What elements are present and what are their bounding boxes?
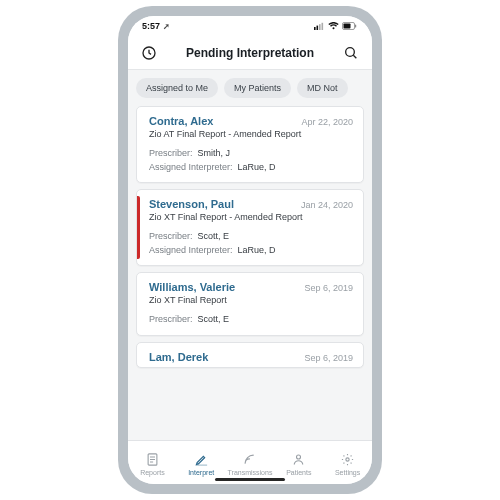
- interpreter-name: LaRue, D: [238, 245, 276, 255]
- tab-interpret[interactable]: Interpret: [177, 452, 226, 476]
- svg-rect-1: [317, 26, 319, 30]
- svg-rect-0: [314, 27, 316, 30]
- prescriber-name: Smith, J: [198, 148, 231, 158]
- prescriber-label: Prescriber:: [149, 148, 193, 158]
- tab-label: Settings: [335, 469, 360, 476]
- status-time: 5:57 ➚: [142, 21, 170, 31]
- status-right: [314, 22, 358, 30]
- home-indicator[interactable]: [215, 478, 285, 481]
- svg-rect-5: [344, 24, 351, 29]
- svg-point-10: [297, 455, 301, 459]
- patients-icon: [291, 452, 307, 468]
- search-icon[interactable]: [342, 44, 360, 62]
- tab-label: Patients: [286, 469, 311, 476]
- interpreter-name: LaRue, D: [238, 162, 276, 172]
- report-date: Apr 22, 2020: [301, 117, 353, 127]
- screen: 5:57 ➚ Pending Interpretation: [128, 16, 372, 484]
- report-card[interactable]: Williams, Valerie Sep 6, 2019 Zio XT Fin…: [136, 272, 364, 336]
- report-meta: Prescriber: Scott, E: [149, 313, 353, 327]
- report-card[interactable]: Lam, Derek Sep 6, 2019: [136, 342, 364, 368]
- report-card[interactable]: Contra, Alex Apr 22, 2020 Zio AT Final R…: [136, 106, 364, 183]
- patient-name: Lam, Derek: [149, 351, 208, 363]
- report-type: Zio XT Final Report - Amended Report: [149, 212, 353, 222]
- app-header: Pending Interpretation: [128, 36, 372, 70]
- tab-transmissions[interactable]: Transmissions: [226, 452, 275, 476]
- status-bar: 5:57 ➚: [128, 16, 372, 36]
- report-list[interactable]: Contra, Alex Apr 22, 2020 Zio AT Final R…: [128, 106, 372, 440]
- report-date: Sep 6, 2019: [304, 283, 353, 293]
- battery-icon: [342, 22, 358, 30]
- tab-settings[interactable]: Settings: [323, 452, 372, 476]
- patient-name: Contra, Alex: [149, 115, 213, 127]
- filter-bar[interactable]: Assigned to Me My Patients MD Not: [128, 70, 372, 106]
- tab-patients[interactable]: Patients: [274, 452, 323, 476]
- report-meta: Prescriber: Scott, E Assigned Interprete…: [149, 230, 353, 257]
- report-type: Zio AT Final Report - Amended Report: [149, 129, 353, 139]
- report-card[interactable]: Stevenson, Paul Jan 24, 2020 Zio XT Fina…: [136, 189, 364, 266]
- prescriber-name: Scott, E: [198, 231, 230, 241]
- patient-name: Williams, Valerie: [149, 281, 235, 293]
- clock-time: 5:57: [142, 21, 160, 31]
- phone-frame: 5:57 ➚ Pending Interpretation: [118, 6, 382, 494]
- prescriber-name: Scott, E: [198, 314, 230, 324]
- tab-reports[interactable]: Reports: [128, 452, 177, 476]
- interpret-icon: [193, 452, 209, 468]
- svg-point-8: [346, 47, 355, 56]
- filter-chip-mdnot[interactable]: MD Not: [297, 78, 348, 98]
- svg-point-11: [346, 458, 349, 461]
- transmissions-icon: [242, 452, 258, 468]
- report-meta: Prescriber: Smith, J Assigned Interprete…: [149, 147, 353, 174]
- page-title: Pending Interpretation: [186, 46, 314, 60]
- tab-label: Reports: [140, 469, 165, 476]
- svg-rect-2: [319, 24, 321, 30]
- svg-rect-3: [322, 23, 324, 30]
- patient-name: Stevenson, Paul: [149, 198, 234, 210]
- location-arrow-icon: ➚: [163, 22, 170, 31]
- prescriber-label: Prescriber:: [149, 231, 193, 241]
- interpreter-label: Assigned Interpreter:: [149, 245, 233, 255]
- filter-chip-mypatients[interactable]: My Patients: [224, 78, 291, 98]
- history-icon[interactable]: [140, 44, 158, 62]
- tab-label: Transmissions: [228, 469, 273, 476]
- prescriber-label: Prescriber:: [149, 314, 193, 324]
- report-type: Zio XT Final Report: [149, 295, 353, 305]
- wifi-icon: [328, 22, 339, 30]
- filter-chip-assigned[interactable]: Assigned to Me: [136, 78, 218, 98]
- interpreter-label: Assigned Interpreter:: [149, 162, 233, 172]
- report-date: Sep 6, 2019: [304, 353, 353, 363]
- report-date: Jan 24, 2020: [301, 200, 353, 210]
- tab-label: Interpret: [188, 469, 214, 476]
- gear-icon: [340, 452, 356, 468]
- reports-icon: [144, 452, 160, 468]
- signal-icon: [314, 22, 325, 30]
- svg-rect-6: [355, 25, 356, 28]
